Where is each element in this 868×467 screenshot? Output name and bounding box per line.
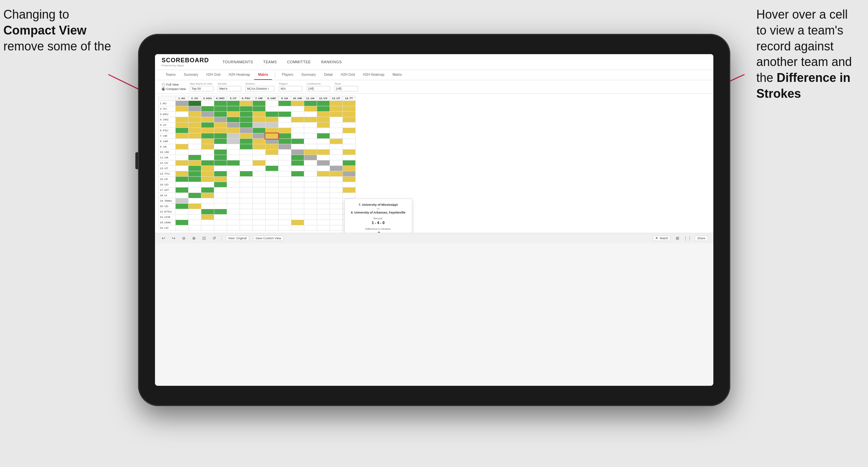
cell-11-5[interactable] xyxy=(227,155,240,160)
cell-1-10[interactable] xyxy=(291,101,304,106)
cell-4-10[interactable] xyxy=(291,117,304,123)
cell-3-11[interactable] xyxy=(304,112,317,117)
cell-7-12[interactable] xyxy=(317,133,330,139)
cell-22-7[interactable] xyxy=(252,215,265,220)
cell-15-7[interactable] xyxy=(252,177,265,182)
cell-6-11[interactable] xyxy=(304,128,317,133)
cell-6-8[interactable] xyxy=(265,128,278,133)
nav-rankings[interactable]: RANKINGS xyxy=(321,59,342,65)
watch-button[interactable]: 👁 Watch xyxy=(653,236,670,241)
cell-18-9[interactable] xyxy=(278,193,291,198)
cell-16-3[interactable] xyxy=(201,182,214,187)
share-button[interactable]: Share xyxy=(695,236,708,241)
cell-13-2[interactable] xyxy=(188,166,201,171)
cell-2-7[interactable] xyxy=(252,106,265,112)
cell-10-7[interactable] xyxy=(252,150,265,155)
cell-2-5[interactable] xyxy=(227,106,240,112)
division-select[interactable]: NCAA Division I xyxy=(245,86,275,91)
cell-23-8[interactable] xyxy=(265,220,278,225)
cell-13-8[interactable] xyxy=(265,166,278,171)
cell-8-12[interactable] xyxy=(317,139,330,144)
cell-5-14[interactable] xyxy=(342,123,355,128)
conference-select[interactable]: (All) xyxy=(307,86,330,91)
cell-9-13[interactable] xyxy=(330,144,342,150)
cell-12-12[interactable] xyxy=(317,160,330,166)
cell-15-3[interactable] xyxy=(201,177,214,182)
cell-17-13[interactable] xyxy=(330,187,342,193)
cell-14-11[interactable] xyxy=(304,171,317,177)
cell-6-14[interactable] xyxy=(342,128,355,133)
cell-21-6[interactable] xyxy=(240,209,252,215)
cell-7-3[interactable] xyxy=(201,133,214,139)
cell-13-12[interactable] xyxy=(317,166,330,171)
cell-2-2[interactable] xyxy=(188,106,201,112)
zoom-out-button[interactable]: ⊖ xyxy=(181,235,187,241)
max-teams-select[interactable]: Top 50 xyxy=(190,86,214,91)
cell-15-14[interactable] xyxy=(342,177,355,182)
tab-h2h-heatmap2[interactable]: H2H Heatmap xyxy=(359,70,388,80)
cell-4-8[interactable] xyxy=(265,117,278,123)
nav-tournaments[interactable]: TOURNAMENTS xyxy=(223,59,253,65)
cell-1-5[interactable] xyxy=(227,101,240,106)
cell-11-13[interactable] xyxy=(330,155,342,160)
cell-12-9[interactable] xyxy=(278,160,291,166)
cell-3-8[interactable] xyxy=(265,112,278,117)
cell-10-1[interactable] xyxy=(175,150,188,155)
cell-2-6[interactable] xyxy=(240,106,252,112)
cell-24-10[interactable] xyxy=(291,225,304,231)
cell-13-6[interactable] xyxy=(240,166,252,171)
cell-1-13[interactable] xyxy=(330,101,342,106)
cell-10-2[interactable] xyxy=(188,150,201,155)
cell-2-11[interactable] xyxy=(304,106,317,112)
gender-select[interactable]: Men's xyxy=(218,86,241,91)
cell-9-14[interactable] xyxy=(342,144,355,150)
cell-16-7[interactable] xyxy=(252,182,265,187)
cell-14-5[interactable] xyxy=(227,171,240,177)
cell-24-7[interactable] xyxy=(252,225,265,231)
cell-19-9[interactable] xyxy=(278,198,291,204)
cell-19-8[interactable] xyxy=(265,198,278,204)
cell-3-13[interactable] xyxy=(330,112,342,117)
cell-20-1[interactable] xyxy=(175,204,188,209)
cell-5-9[interactable] xyxy=(278,123,291,128)
cell-5-1[interactable] xyxy=(175,123,188,128)
cell-19-6[interactable] xyxy=(240,198,252,204)
cell-13-7[interactable] xyxy=(252,166,265,171)
cell-11-12[interactable] xyxy=(317,155,330,160)
cell-11-6[interactable] xyxy=(240,155,252,160)
cell-19-11[interactable] xyxy=(304,198,317,204)
cell-5-5[interactable] xyxy=(227,123,240,128)
cell-6-3[interactable] xyxy=(201,128,214,133)
cell-9-12[interactable] xyxy=(317,144,330,150)
cell-24-6[interactable] xyxy=(240,225,252,231)
cell-24-2[interactable] xyxy=(188,225,201,231)
cell-2-1[interactable] xyxy=(175,106,188,112)
cell-5-11[interactable] xyxy=(304,123,317,128)
cell-17-3[interactable] xyxy=(201,187,214,193)
cell-16-14[interactable] xyxy=(342,182,355,187)
cell-18-7[interactable] xyxy=(252,193,265,198)
cell-21-5[interactable] xyxy=(227,209,240,215)
cell-9-9[interactable] xyxy=(278,144,291,150)
cell-7-6[interactable] xyxy=(240,133,252,139)
cell-7-14[interactable] xyxy=(342,133,355,139)
cell-14-3[interactable] xyxy=(201,171,214,177)
cell-11-14[interactable] xyxy=(342,155,355,160)
cell-18-12[interactable] xyxy=(317,193,330,198)
cell-15-2[interactable] xyxy=(188,177,201,182)
cell-6-6[interactable] xyxy=(240,128,252,133)
cell-21-2[interactable] xyxy=(188,209,201,215)
cell-11-7[interactable] xyxy=(252,155,265,160)
cell-15-10[interactable] xyxy=(291,177,304,182)
cell-8-6[interactable] xyxy=(240,139,252,144)
cell-3-9[interactable] xyxy=(278,112,291,117)
tab-teams[interactable]: Teams xyxy=(162,70,180,80)
cell-18-14[interactable] xyxy=(342,193,355,198)
cell-4-2[interactable] xyxy=(188,117,201,123)
cell-15-12[interactable] xyxy=(317,177,330,182)
cell-23-9[interactable] xyxy=(278,220,291,225)
cell-2-4[interactable] xyxy=(214,106,227,112)
cell-13-9[interactable] xyxy=(278,166,291,171)
cell-11-10[interactable] xyxy=(291,155,304,160)
cell-20-2[interactable] xyxy=(188,204,201,209)
